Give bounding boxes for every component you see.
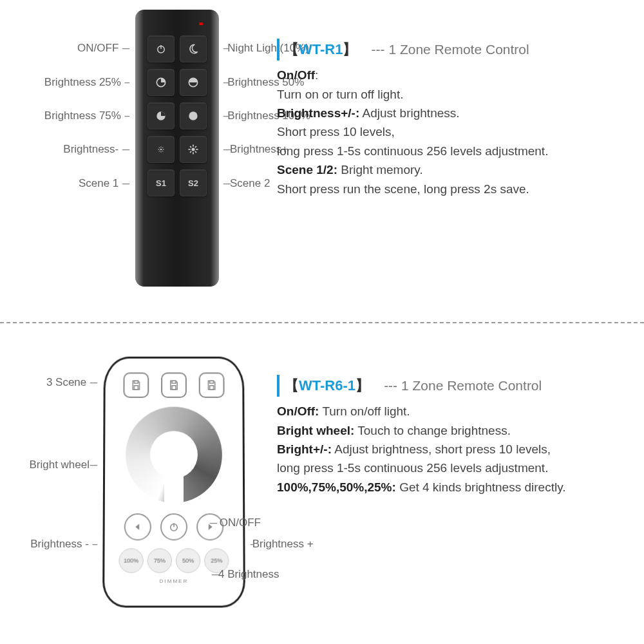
label-4bright: ---4 Brightness [211, 568, 279, 581]
description-wt-r6-1: 【WT-R6-1】 --- 1 Zone Remote Control On/O… [277, 375, 631, 497]
brightness-25-button[interactable] [147, 69, 175, 96]
label-bminus: Brightness- --- [6, 143, 129, 156]
scene-save-1-button[interactable] [123, 372, 149, 397]
brightness-minus-button[interactable] [124, 513, 151, 540]
svg-rect-29 [210, 386, 214, 390]
label-b25: Brightness 25% -- [6, 76, 129, 89]
label-3scene: 3 Scene --- [0, 376, 97, 389]
pct-75-button[interactable]: 75% [147, 548, 172, 573]
brightness-wheel[interactable] [126, 407, 222, 503]
brightness-75-button[interactable] [147, 102, 175, 129]
svg-line-12 [162, 151, 163, 151]
label-scene1: Scene 1 --- [6, 177, 129, 190]
svg-line-23 [195, 146, 196, 147]
power-button[interactable] [147, 35, 175, 62]
brightness-plus-button[interactable] [180, 136, 207, 163]
svg-point-15 [192, 148, 195, 151]
power-button[interactable] [160, 513, 187, 540]
label-bplus-2: -Brightness + [250, 538, 314, 551]
scene-save-3-button[interactable] [199, 372, 225, 397]
indicator-led [199, 23, 203, 25]
svg-line-22 [190, 151, 191, 153]
desc-header-2: 【WT-R6-1】 --- 1 Zone Remote Control [277, 375, 631, 397]
pct-50-button[interactable]: 50% [176, 548, 200, 573]
svg-rect-27 [172, 386, 176, 390]
svg-rect-26 [172, 381, 176, 383]
description-wt-r1: 【WT-R1】 --- 1 Zone Remote Control On/Off… [277, 39, 631, 198]
section-wt-r6-1: 100% 75% 50% 25% DIMMER 3 Scene --- Brig… [0, 330, 644, 644]
desc-header: 【WT-R1】 --- 1 Zone Remote Control [277, 39, 631, 61]
svg-line-14 [162, 147, 163, 148]
label-b75: Brightness 75% -- [6, 109, 129, 122]
svg-line-21 [195, 151, 196, 153]
scene-save-2-button[interactable] [161, 372, 187, 397]
scene-1-button[interactable]: S1 [147, 169, 175, 196]
remote-wt-r1: S1 S2 [135, 10, 219, 287]
label-scene2: ---Scene 2 [223, 177, 270, 190]
label-bminus-2: Brightness - -- [0, 538, 97, 551]
svg-point-6 [160, 149, 162, 151]
brightness-minus-button[interactable] [147, 136, 175, 163]
brightness-50-button[interactable] [180, 69, 207, 96]
pct-100-button[interactable]: 100% [118, 548, 143, 573]
svg-point-5 [189, 111, 197, 120]
label-onoff-2: --- ON/OFF [209, 516, 261, 529]
label-onoff: ON/OFF --- [6, 42, 129, 55]
section-divider [0, 322, 644, 323]
svg-rect-28 [210, 381, 214, 383]
brightness-100-button[interactable] [180, 102, 207, 129]
svg-line-13 [159, 151, 160, 151]
label-wheel: Bright wheel--- [0, 459, 97, 471]
svg-rect-25 [134, 386, 138, 390]
night-light-button[interactable] [180, 35, 207, 62]
section-wt-r1: S1 S2 ON/OFF --- Brightness 25% -- Brigh… [0, 0, 644, 316]
svg-rect-24 [134, 381, 138, 383]
scene-2-button[interactable]: S2 [180, 169, 207, 196]
svg-line-11 [159, 147, 160, 148]
svg-line-20 [190, 146, 191, 147]
